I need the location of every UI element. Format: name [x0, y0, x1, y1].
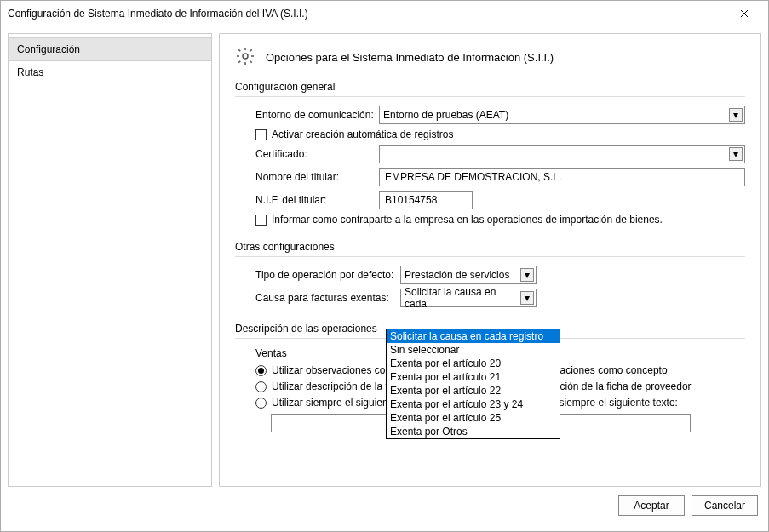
- env-label: Entorno de comunicación:: [255, 109, 379, 121]
- chevron-down-icon: ▾: [729, 147, 743, 161]
- chevron-down-icon: ▾: [520, 291, 534, 305]
- titlebar: Configuración de Sistema Inmediato de In…: [1, 1, 768, 26]
- close-icon: [740, 9, 749, 18]
- sidebar-item-configuracion[interactable]: Configuración: [9, 37, 211, 61]
- inform-counterpart-checkbox[interactable]: [255, 215, 267, 226]
- main-panel: Opciones para el Sistema Inmediato de In…: [219, 33, 761, 487]
- holder-name-label: Nombre del titular:: [255, 171, 379, 183]
- svg-point-0: [243, 54, 248, 59]
- nif-input[interactable]: [379, 191, 473, 209]
- cause-option[interactable]: Solicitar la causa en cada registro: [387, 329, 560, 343]
- cause-option[interactable]: Exenta por Otros: [387, 425, 560, 438]
- op-type-value: Prestación de servicios: [405, 269, 509, 281]
- panels: Configuración Rutas Opciones para el Sis…: [8, 33, 761, 487]
- cause-value: Solicitar la causa en cada: [405, 286, 520, 310]
- section-other-title: Otras configuraciones: [235, 241, 745, 253]
- cause-option[interactable]: Exenta por el artículo 23 y 24: [387, 398, 560, 411]
- dialog-window: Configuración de Sistema Inmediato de In…: [0, 0, 769, 532]
- cause-option[interactable]: Exenta por el artículo 20: [387, 357, 560, 370]
- section-general-title: Configuración general: [235, 81, 745, 93]
- auto-create-checkbox[interactable]: [255, 129, 267, 140]
- nif-value[interactable]: [383, 192, 468, 208]
- cause-combo[interactable]: Solicitar la causa en cada ▾: [400, 289, 537, 307]
- cause-option[interactable]: Sin seleccionar: [387, 343, 560, 357]
- cause-option[interactable]: Exenta por el artículo 25: [387, 411, 560, 425]
- divider: [235, 96, 745, 97]
- radio-icon: [255, 398, 267, 409]
- sidebar-item-rutas[interactable]: Rutas: [9, 61, 211, 83]
- cert-combo[interactable]: ▾: [379, 145, 745, 163]
- window-title: Configuración de Sistema Inmediato de In…: [8, 8, 727, 20]
- cert-label: Certificado:: [255, 148, 379, 160]
- cause-dropdown-list[interactable]: Solicitar la causa en cada registro Sin …: [386, 329, 560, 439]
- chevron-down-icon: ▾: [520, 268, 534, 282]
- inform-counterpart-label: Informar como contraparte a la empresa e…: [272, 214, 663, 226]
- radio-icon: [255, 365, 267, 376]
- panel-header: Opciones para el Sistema Inmediato de In…: [235, 46, 745, 69]
- gear-icon: [235, 46, 255, 69]
- cause-label: Causa para facturas exentas:: [255, 292, 400, 304]
- cause-option[interactable]: Exenta por el artículo 22: [387, 384, 560, 398]
- cancel-button[interactable]: Cancelar: [692, 495, 758, 516]
- sidebar: Configuración Rutas: [8, 33, 212, 487]
- holder-name-input[interactable]: [379, 168, 745, 186]
- chevron-down-icon: ▾: [729, 108, 743, 122]
- env-combo[interactable]: Entorno de pruebas (AEAT) ▾: [379, 106, 745, 124]
- close-button[interactable]: [727, 2, 761, 26]
- auto-create-label: Activar creación automática de registros: [272, 129, 453, 140]
- purchases-opt-1-tail: ción de la ficha de proveedor: [560, 380, 692, 392]
- accept-button[interactable]: Aceptar: [618, 495, 685, 516]
- holder-name-value[interactable]: [383, 169, 741, 185]
- cause-option[interactable]: Exenta por el artículo 21: [387, 370, 560, 384]
- dialog-footer: Aceptar Cancelar: [8, 487, 761, 524]
- purchases-opt-0-tail: aciones como concepto: [560, 364, 668, 376]
- op-type-combo[interactable]: Prestación de servicios ▾: [400, 266, 537, 284]
- divider: [235, 256, 745, 257]
- radio-icon: [255, 381, 267, 392]
- op-type-label: Tipo de operación por defecto:: [255, 269, 400, 281]
- panel-title: Opciones para el Sistema Inmediato de In…: [266, 51, 554, 64]
- nif-label: N.I.F. del titular:: [255, 194, 379, 206]
- client-area: Configuración Rutas Opciones para el Sis…: [1, 26, 768, 531]
- env-value: Entorno de pruebas (AEAT): [383, 109, 508, 121]
